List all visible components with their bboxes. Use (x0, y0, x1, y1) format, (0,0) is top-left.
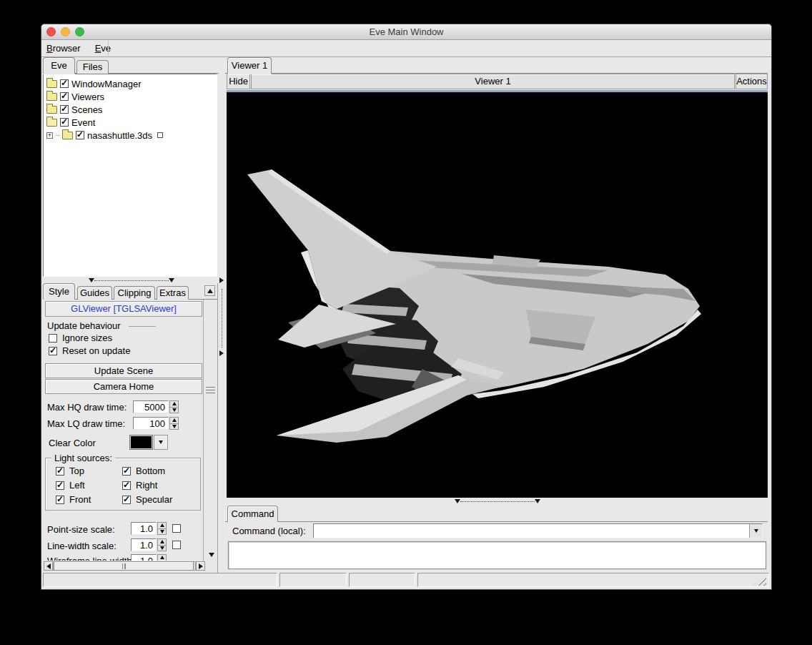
tree-connector (56, 135, 59, 136)
update-scene-button[interactable]: Update Scene (45, 363, 202, 378)
light-top-checkbox[interactable] (56, 467, 64, 476)
max-hq-spinner[interactable]: 5000 (133, 400, 179, 413)
spin-down-icon[interactable] (169, 408, 179, 414)
splitter-collapse-icon[interactable] (535, 499, 540, 503)
splitter-collapse-icon[interactable] (219, 350, 224, 356)
hide-button[interactable]: Hide (227, 74, 250, 89)
traffic-lights (46, 27, 84, 36)
rnr-state-box[interactable] (157, 132, 163, 138)
spin-up-icon[interactable] (169, 400, 179, 408)
spin-up-icon[interactable] (157, 554, 167, 561)
spin-down-icon[interactable] (157, 546, 167, 552)
combobox-dropdown-button[interactable] (749, 524, 762, 538)
tree-checkbox[interactable] (76, 131, 84, 139)
tree-item-label: nasashuttle.3ds (87, 130, 152, 141)
spin-down-icon[interactable] (169, 424, 179, 430)
arrow-right-icon (199, 563, 203, 569)
update-behaviour-label: Update behaviour (47, 320, 121, 331)
camera-home-button[interactable]: Camera Home (45, 379, 202, 394)
status-section-1 (43, 573, 277, 587)
light-specular-checkbox[interactable] (122, 496, 131, 504)
panel-splitter[interactable] (219, 57, 225, 573)
light-bottom-checkbox[interactable] (122, 467, 131, 476)
light-right-checkbox[interactable] (122, 481, 131, 490)
point-size-checkbox[interactable] (172, 524, 181, 533)
title-bar[interactable]: Eve Main Window (41, 24, 771, 40)
clear-color-dropdown[interactable] (154, 435, 168, 450)
tree-item-windowmanager[interactable]: WindowManager (46, 78, 142, 89)
tree-item-viewers[interactable]: Viewers (46, 91, 104, 102)
splitter-collapse-icon[interactable] (169, 278, 174, 282)
light-left-checkbox[interactable] (56, 481, 64, 490)
tab-viewer-1[interactable]: Viewer 1 (227, 57, 272, 74)
scroll-down-button[interactable] (206, 550, 217, 559)
command-combobox[interactable] (313, 523, 763, 538)
viewer-command-splitter[interactable] (455, 498, 540, 504)
zoom-button[interactable] (75, 27, 84, 36)
tree-item-scenes[interactable]: Scenes (46, 104, 102, 115)
line-width-spinner[interactable]: 1.0 (131, 538, 167, 551)
tree-item-event[interactable]: Event (46, 117, 95, 128)
light-front-checkbox[interactable] (56, 496, 64, 504)
splitter-collapse-icon[interactable] (219, 277, 224, 283)
splitter-collapse-icon[interactable] (89, 278, 94, 282)
tree-item-label: Scenes (71, 104, 102, 115)
spin-up-icon[interactable] (157, 538, 167, 546)
tree-checkbox[interactable] (60, 92, 69, 101)
viewer-tabbar: Viewer 1 (225, 57, 768, 74)
tab-clipping[interactable]: Clipping (114, 286, 155, 300)
gl-viewport[interactable] (227, 92, 768, 498)
light-left-row: Left (56, 480, 85, 491)
tab-guides[interactable]: Guides (77, 286, 112, 300)
scroll-up-button[interactable] (204, 285, 215, 296)
ignore-sizes-row: Ignore sizes (49, 333, 112, 343)
tab-style[interactable]: Style (43, 283, 75, 300)
tree-editor-splitter[interactable] (89, 277, 174, 283)
viewer-title-bar[interactable]: Viewer 1 (251, 74, 735, 89)
wireframe-spinner[interactable]: 1.0 (131, 554, 167, 561)
tree-checkbox[interactable] (60, 79, 69, 88)
tree-item-nasashuttle[interactable]: nasashuttle.3ds (46, 129, 163, 141)
window-title: Eve Main Window (41, 24, 771, 39)
tab-extras[interactable]: Extras (157, 286, 189, 300)
tab-command[interactable]: Command (227, 506, 278, 522)
actions-button[interactable]: Actions (736, 74, 768, 89)
light-top-row: Top (56, 466, 84, 476)
expand-icon[interactable] (46, 132, 53, 139)
tab-eve[interactable]: Eve (43, 57, 75, 74)
max-lq-spinner[interactable]: 100 (133, 417, 179, 430)
editor-hscrollbar[interactable] (44, 561, 205, 571)
light-sources-group: Light sources: Top Bottom Left Right Fro… (45, 458, 201, 511)
glviewer-link[interactable]: GLViewer [TGLSAViewer] (45, 301, 202, 317)
command-output[interactable] (228, 541, 766, 569)
tab-files[interactable]: Files (76, 60, 109, 74)
arrow-down-icon (209, 553, 214, 557)
ignore-sizes-checkbox[interactable] (49, 334, 57, 343)
splitter-grip-icon[interactable] (206, 387, 215, 393)
menu-browser[interactable]: Browser (46, 43, 81, 54)
tree-item-label: Event (71, 117, 95, 128)
clear-color-swatch[interactable] (129, 435, 153, 450)
line-width-value[interactable]: 1.0 (131, 538, 157, 551)
splitter-collapse-icon[interactable] (455, 499, 460, 503)
max-lq-value[interactable]: 100 (133, 417, 169, 430)
point-size-value[interactable]: 1.0 (131, 522, 157, 535)
scroll-left-button[interactable] (44, 561, 53, 571)
tree-checkbox[interactable] (60, 118, 69, 127)
checkbox-label: Front (69, 494, 91, 505)
scrollbar-thumb[interactable] (54, 561, 194, 571)
point-size-label: Point-size scale: (47, 524, 115, 535)
wireframe-label: Wireframe line-width (47, 556, 132, 561)
scroll-right-button[interactable] (196, 561, 205, 571)
reset-on-update-checkbox[interactable] (49, 347, 57, 355)
max-hq-value[interactable]: 5000 (133, 400, 169, 413)
spin-up-icon[interactable] (157, 522, 167, 529)
wireframe-value[interactable]: 1.0 (131, 554, 157, 561)
tree-checkbox[interactable] (60, 105, 69, 114)
minimize-button[interactable] (61, 27, 70, 36)
point-size-spinner[interactable]: 1.0 (131, 522, 167, 535)
close-button[interactable] (46, 27, 56, 36)
spin-down-icon[interactable] (157, 529, 167, 536)
line-width-checkbox[interactable] (172, 541, 181, 549)
spin-up-icon[interactable] (169, 417, 179, 424)
